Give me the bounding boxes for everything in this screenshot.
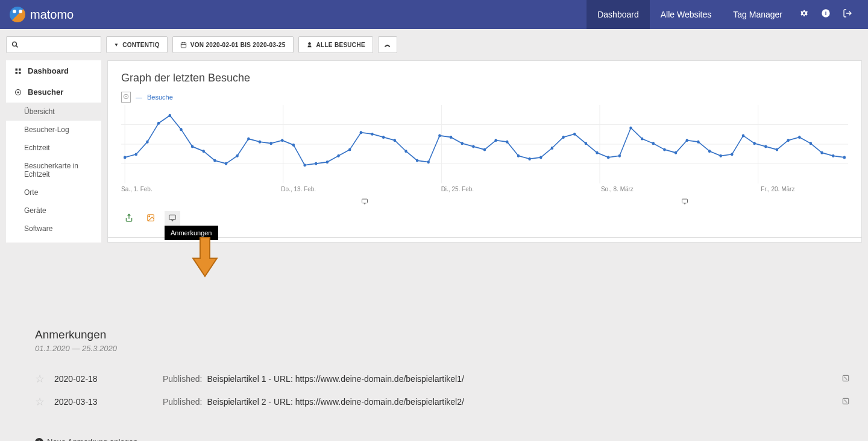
- visits-graph-card: Graph der letzten Besuche — Besuche Sa.,…: [107, 60, 862, 238]
- nav-all-websites[interactable]: Alle Websites: [650, 0, 723, 29]
- app-header: matomo Dashboard Alle Websites Tag Manag…: [0, 0, 868, 29]
- svg-point-52: [450, 136, 452, 139]
- nav-dashboard[interactable]: Dashboard: [587, 0, 650, 29]
- svg-point-43: [348, 148, 351, 151]
- matomo-icon: [10, 7, 25, 22]
- chart-legend: — Besuche: [121, 92, 848, 103]
- svg-point-72: [675, 151, 677, 154]
- calendar-icon: [180, 42, 187, 48]
- annotations-panel: Anmerkungen 01.1.2020 — 25.3.2020 ☆ 2020…: [35, 328, 850, 441]
- image-export-icon[interactable]: [143, 211, 159, 226]
- segment-label: ALLE BESUCHE: [316, 42, 365, 48]
- pointer-arrow-icon: [192, 236, 218, 278]
- info-icon[interactable]: i: [815, 8, 837, 21]
- sidebar-item-locations[interactable]: Orte: [6, 183, 101, 201]
- annotation-label: Published:: [163, 374, 202, 384]
- sidebar-item-overview[interactable]: Übersicht: [6, 103, 101, 121]
- search-input[interactable]: [6, 36, 101, 53]
- svg-rect-92: [169, 215, 176, 220]
- svg-point-70: [652, 142, 655, 145]
- sidebar-visitors[interactable]: Besucher: [6, 81, 101, 103]
- sidebar-item-devices[interactable]: Geräte: [6, 201, 101, 220]
- content: Graph der letzten Besuche — Besuche Sa.,…: [107, 60, 862, 243]
- x-label: So., 8. März: [601, 186, 634, 192]
- svg-point-36: [269, 142, 272, 145]
- svg-point-69: [641, 137, 643, 140]
- line-chart: [121, 105, 848, 183]
- annotation-row: ☆ 2020-02-18 Published: Beispielartikel …: [35, 367, 850, 390]
- sidebar-item-visitor-log[interactable]: Besucher-Log: [6, 121, 101, 139]
- svg-point-29: [191, 145, 193, 148]
- svg-point-71: [663, 148, 665, 151]
- chevron-up-icon: ︽: [385, 40, 391, 49]
- x-label: Di., 25. Feb.: [441, 186, 474, 192]
- card-title: Graph der letzten Besuche: [121, 72, 848, 84]
- annotations-title: Anmerkungen: [35, 328, 850, 341]
- svg-point-78: [742, 134, 744, 137]
- annotation-row: ☆ 2020-03-13 Published: Beispielartikel …: [35, 390, 850, 413]
- site-selector[interactable]: ▼ CONTENTIQ: [106, 36, 168, 53]
- date-range-selector[interactable]: VON 2020-02-01 BIS 2020-03-25: [172, 36, 294, 53]
- edit-icon[interactable]: [841, 374, 850, 384]
- brand-name: matomo: [30, 8, 74, 22]
- svg-point-64: [585, 142, 587, 145]
- svg-rect-11: [19, 72, 21, 74]
- svg-point-57: [506, 141, 508, 144]
- svg-rect-89: [682, 199, 687, 203]
- edit-icon[interactable]: [841, 397, 850, 407]
- toolbar: ▼ CONTENTIQ VON 2020-02-01 BIS 2020-03-2…: [0, 29, 868, 60]
- visitors-icon: [14, 89, 22, 96]
- collapse-button[interactable]: ︽: [378, 36, 397, 53]
- nav-tag-manager[interactable]: Tag Manager: [722, 0, 793, 29]
- sidebar-item-realtime-map[interactable]: Besucherkarte in Echtzeit: [6, 157, 101, 183]
- star-icon[interactable]: ☆: [35, 395, 45, 408]
- svg-rect-9: [19, 68, 21, 71]
- svg-line-3: [16, 46, 18, 48]
- svg-point-26: [157, 122, 160, 125]
- svg-point-84: [810, 142, 812, 145]
- annotations-toggle-icon[interactable]: Anmerkungen: [165, 211, 180, 226]
- header-nav: Dashboard Alle Websites Tag Manager i: [587, 0, 858, 29]
- svg-point-27: [168, 114, 171, 117]
- new-annotation-label: Neue Anmerkung anlegen...: [47, 437, 144, 441]
- logout-icon[interactable]: [837, 8, 858, 21]
- sidebar-item-software[interactable]: Software: [6, 220, 101, 238]
- gear-icon[interactable]: [793, 8, 815, 21]
- segment-selector[interactable]: ALLE BESUCHE: [298, 36, 373, 53]
- svg-point-68: [629, 126, 632, 129]
- star-icon[interactable]: ☆: [35, 372, 45, 385]
- svg-point-35: [259, 141, 261, 144]
- svg-point-51: [438, 134, 441, 137]
- sidebar-dashboard[interactable]: Dashboard: [6, 60, 101, 81]
- export-icon[interactable]: [121, 211, 137, 226]
- svg-point-59: [528, 157, 530, 160]
- legend-label: Besuche: [147, 94, 173, 101]
- svg-point-49: [416, 159, 418, 162]
- svg-point-60: [539, 156, 542, 159]
- annotation-marker-icon[interactable]: [681, 198, 688, 206]
- svg-point-24: [135, 153, 137, 156]
- svg-point-63: [573, 133, 576, 136]
- svg-point-87: [843, 156, 846, 159]
- svg-point-79: [753, 142, 755, 145]
- svg-point-85: [820, 151, 823, 154]
- svg-point-62: [562, 136, 564, 139]
- site-selector-label: CONTENTIQ: [122, 42, 160, 48]
- legend-toggle-icon[interactable]: [121, 92, 131, 103]
- svg-line-96: [844, 399, 848, 402]
- new-annotation-button[interactable]: + Neue Anmerkung anlegen...: [35, 437, 850, 441]
- annotation-marker-icon[interactable]: [361, 198, 368, 206]
- brand-logo[interactable]: matomo: [10, 7, 74, 22]
- svg-point-61: [551, 147, 553, 150]
- svg-rect-8: [16, 68, 18, 71]
- sidebar-item-realtime[interactable]: Echtzeit: [6, 139, 101, 157]
- svg-point-74: [697, 141, 699, 144]
- sidebar-dashboard-label: Dashboard: [28, 66, 69, 75]
- svg-text:i: i: [825, 10, 827, 16]
- annotation-label: Published:: [163, 397, 202, 407]
- plus-circle-icon: +: [35, 438, 43, 442]
- svg-point-28: [180, 128, 182, 131]
- x-label: Fr., 20. März: [761, 186, 794, 192]
- svg-point-53: [461, 142, 463, 145]
- svg-rect-10: [16, 72, 18, 74]
